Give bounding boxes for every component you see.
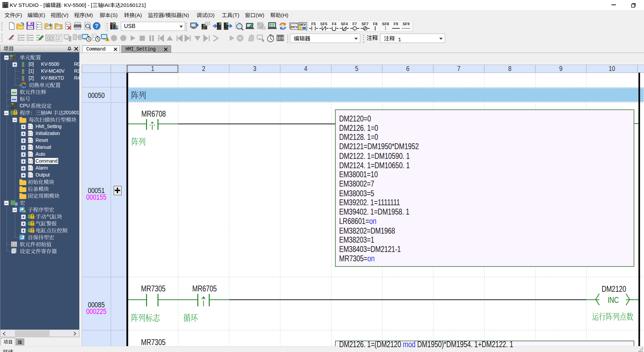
svg-text:12:0: 12:0: [277, 36, 284, 40]
svg-text:DEV: DEV: [299, 22, 306, 26]
svg-text:DEV: DEV: [291, 25, 298, 29]
svg-text:?: ?: [95, 23, 98, 29]
